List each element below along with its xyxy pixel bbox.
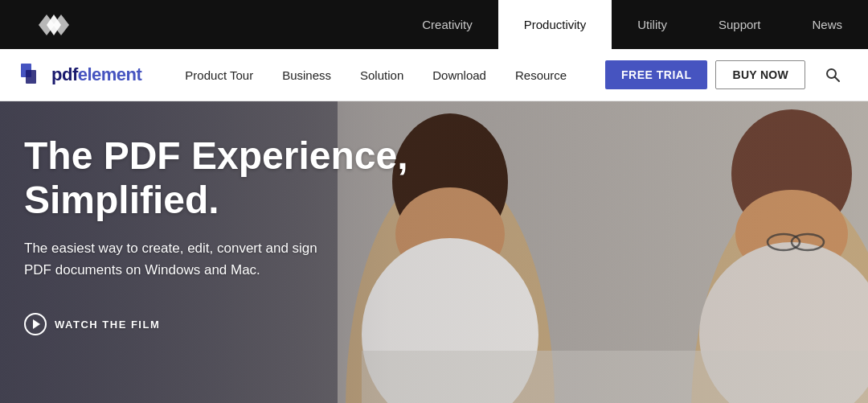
svg-line-6 [835, 77, 840, 82]
top-nav-utility[interactable]: Utility [612, 0, 693, 49]
hero-content: The PDF Experience, Simplified. The easi… [24, 134, 442, 335]
logo[interactable]: pdfelement [19, 62, 141, 88]
search-icon [825, 67, 841, 83]
top-nav-support[interactable]: Support [693, 0, 787, 49]
svg-rect-4 [26, 70, 36, 84]
search-button[interactable] [817, 62, 849, 88]
watch-film-label: WATCH THE FILM [55, 319, 160, 331]
nav-business[interactable]: Business [268, 49, 346, 101]
top-nav-items: Creativity Productivity Utility Support … [396, 0, 868, 49]
nav-solution[interactable]: Solution [346, 49, 418, 101]
top-nav-creativity[interactable]: Creativity [396, 0, 498, 49]
free-trial-button[interactable]: FREE TRIAL [605, 60, 707, 89]
hero-title: The PDF Experience, Simplified. [24, 134, 442, 222]
hero-section: The PDF Experience, Simplified. The easi… [0, 101, 868, 403]
main-nav-buttons: FREE TRIAL BUY NOW [605, 60, 849, 89]
top-nav-bar: Creativity Productivity Utility Support … [0, 0, 868, 49]
nav-product-tour[interactable]: Product Tour [170, 49, 268, 101]
top-nav-news[interactable]: News [786, 0, 868, 49]
nav-download[interactable]: Download [418, 49, 501, 101]
watch-film-button[interactable]: WATCH THE FILM [24, 313, 160, 335]
logo-text: pdfelement [51, 64, 141, 85]
main-nav-links: Product Tour Business Solution Download … [170, 49, 605, 101]
buy-now-button[interactable]: BUY NOW [715, 60, 805, 89]
hero-subtitle: The easiest way to create, edit, convert… [24, 238, 346, 281]
play-triangle [33, 319, 40, 329]
play-icon [24, 313, 47, 335]
top-nav-productivity[interactable]: Productivity [498, 0, 612, 49]
wondershare-logo[interactable] [39, 0, 69, 49]
main-nav-bar: pdfelement Product Tour Business Solutio… [0, 49, 868, 101]
nav-resource[interactable]: Resource [501, 49, 581, 101]
